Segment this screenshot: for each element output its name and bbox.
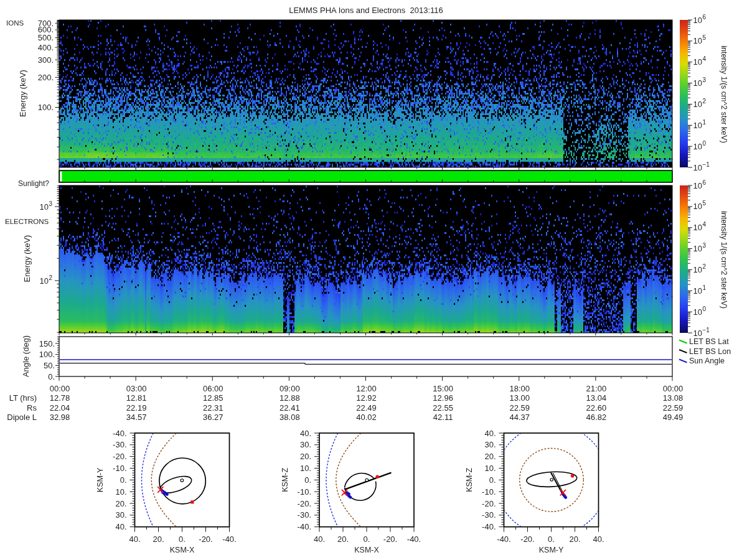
svg-text:30.: 30. <box>115 510 126 520</box>
svg-text:LET BS Lat: LET BS Lat <box>689 337 729 346</box>
svg-text:10: 10 <box>693 100 702 109</box>
svg-text:2: 2 <box>49 274 53 281</box>
svg-text:Energy (keV): Energy (keV) <box>18 70 27 117</box>
svg-text:10: 10 <box>693 329 702 338</box>
svg-text:38.08: 38.08 <box>280 413 300 422</box>
svg-text:10: 10 <box>693 16 702 25</box>
svg-text:1: 1 <box>703 284 707 291</box>
svg-text:12.88: 12.88 <box>280 393 300 403</box>
svg-text:46.82: 46.82 <box>586 413 607 422</box>
svg-text:KSM-Z: KSM-Z <box>466 468 474 492</box>
svg-text:20.: 20. <box>115 499 126 508</box>
svg-text:20.: 20. <box>153 534 164 544</box>
svg-text:-40.: -40. <box>407 534 421 544</box>
svg-text:20.: 20. <box>300 452 311 461</box>
svg-text:2: 2 <box>703 263 707 270</box>
svg-text:00:00: 00:00 <box>663 384 684 393</box>
svg-text:22.04: 22.04 <box>50 403 70 413</box>
svg-text:13.08: 13.08 <box>663 393 684 403</box>
svg-text:10: 10 <box>693 163 702 172</box>
svg-text:0.: 0. <box>364 534 370 544</box>
svg-text:intensity 1/(s cm^2 ster keV): intensity 1/(s cm^2 ster keV) <box>720 211 728 309</box>
svg-text:4: 4 <box>703 55 707 62</box>
svg-text:0.: 0. <box>489 475 496 485</box>
svg-text:300.: 300. <box>38 55 54 65</box>
svg-text:36.27: 36.27 <box>203 413 223 422</box>
svg-text:6: 6 <box>703 14 707 21</box>
svg-text:700.: 700. <box>38 19 54 28</box>
svg-text:5: 5 <box>703 34 707 41</box>
svg-text:42.11: 42.11 <box>433 413 453 422</box>
svg-text:-10.: -10. <box>298 487 311 497</box>
svg-text:0: 0 <box>703 140 707 147</box>
svg-text:10: 10 <box>693 286 702 296</box>
svg-text:LEMMS PHA Ions and Electrons: LEMMS PHA Ions and Electrons 2013:116 <box>289 6 443 15</box>
svg-text:KSM-Y: KSM-Y <box>539 546 564 554</box>
svg-text:12.96: 12.96 <box>433 393 453 403</box>
svg-text:40.: 40. <box>484 429 496 438</box>
svg-text:Dipole L: Dipole L <box>7 413 37 422</box>
svg-text:−1: −1 <box>703 161 710 168</box>
svg-text:-20.: -20. <box>199 534 212 544</box>
svg-text:09:00: 09:00 <box>280 384 300 393</box>
svg-text:22.49: 22.49 <box>356 403 377 413</box>
svg-text:50.: 50. <box>44 361 55 370</box>
svg-text:12.85: 12.85 <box>203 393 223 403</box>
svg-text:0: 0 <box>703 306 707 312</box>
svg-text:13.04: 13.04 <box>586 393 607 403</box>
svg-text:40.02: 40.02 <box>356 413 377 422</box>
svg-text:10.: 10. <box>484 464 496 473</box>
svg-text:0.: 0. <box>48 372 55 381</box>
svg-text:12:00: 12:00 <box>356 384 377 393</box>
svg-text:10: 10 <box>693 244 702 253</box>
svg-text:Sunlight?: Sunlight? <box>18 179 49 188</box>
svg-text:Rs: Rs <box>27 403 37 413</box>
svg-text:10.: 10. <box>300 464 311 473</box>
svg-text:400.: 400. <box>38 43 54 52</box>
svg-text:2: 2 <box>703 98 707 105</box>
svg-text:34.57: 34.57 <box>126 413 147 422</box>
svg-text:LT (hrs): LT (hrs) <box>9 393 37 403</box>
svg-text:KSM-Y: KSM-Y <box>96 467 105 492</box>
svg-text:22.41: 22.41 <box>280 403 300 413</box>
svg-text:0.: 0. <box>548 534 555 544</box>
svg-text:30.: 30. <box>484 440 496 449</box>
svg-text:1: 1 <box>703 119 707 126</box>
svg-text:10: 10 <box>693 78 702 88</box>
svg-text:12.78: 12.78 <box>50 393 70 403</box>
svg-text:10: 10 <box>693 57 702 67</box>
svg-text:40.: 40. <box>115 522 126 531</box>
svg-text:Energy (keV): Energy (keV) <box>22 235 32 282</box>
svg-text:40.: 40. <box>300 429 311 438</box>
svg-text:10: 10 <box>693 142 702 151</box>
svg-text:22.55: 22.55 <box>433 403 453 413</box>
svg-text:100.: 100. <box>39 350 55 359</box>
svg-text:0.: 0. <box>304 475 311 485</box>
svg-text:6: 6 <box>703 179 707 186</box>
svg-text:intensity 1/(s cm^2 ster keV): intensity 1/(s cm^2 ster keV) <box>720 45 728 143</box>
svg-text:-10.: -10. <box>482 487 496 497</box>
svg-text:10: 10 <box>40 276 49 286</box>
svg-text:40.: 40. <box>314 534 325 544</box>
svg-text:5: 5 <box>703 200 707 207</box>
svg-text:-40.: -40. <box>113 429 126 438</box>
svg-text:22.59: 22.59 <box>509 403 530 413</box>
svg-text:0.: 0. <box>120 475 127 485</box>
svg-text:-20.: -20. <box>113 452 126 461</box>
svg-text:10.: 10. <box>115 487 126 497</box>
svg-text:20.: 20. <box>484 452 496 461</box>
svg-text:KSM-Z: KSM-Z <box>281 468 289 492</box>
svg-text:10: 10 <box>693 36 702 45</box>
svg-text:-40.: -40. <box>482 522 496 531</box>
svg-text:ELECTRONS: ELECTRONS <box>5 218 49 225</box>
svg-text:13.00: 13.00 <box>509 393 530 403</box>
svg-text:20.: 20. <box>337 534 349 544</box>
svg-text:-30.: -30. <box>298 510 311 520</box>
svg-text:−1: −1 <box>703 327 710 334</box>
svg-text:-20.: -20. <box>298 499 311 508</box>
svg-text:40.: 40. <box>129 534 140 544</box>
svg-text:21:00: 21:00 <box>586 384 607 393</box>
svg-text:12.92: 12.92 <box>356 393 377 403</box>
svg-text:-20.: -20. <box>383 534 397 544</box>
svg-text:-20.: -20. <box>482 499 496 508</box>
